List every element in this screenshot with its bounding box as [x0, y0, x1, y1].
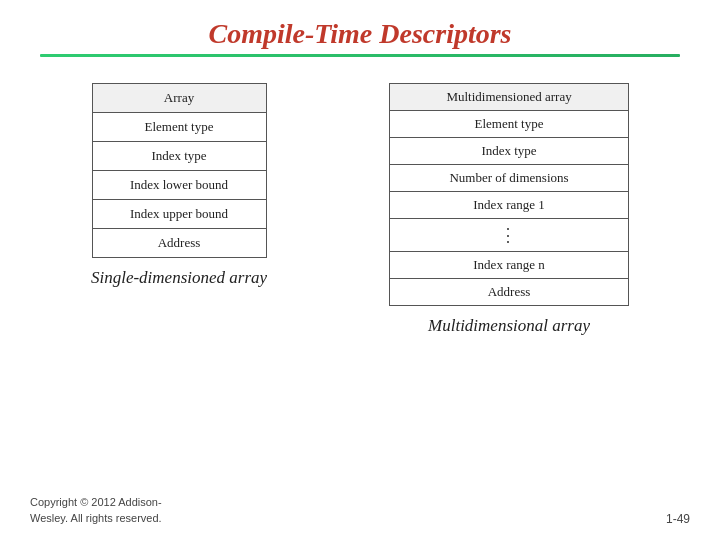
table-cell: Index type: [390, 138, 629, 165]
table-row: Element type: [92, 113, 266, 142]
copyright-line2: Wesley. All rights reserved.: [30, 512, 162, 524]
table-row: Element type: [390, 111, 629, 138]
table-row: Array: [92, 84, 266, 113]
table-cell: Index upper bound: [92, 200, 266, 229]
table-row: Index type: [92, 142, 266, 171]
table-row: Index type: [390, 138, 629, 165]
table-row: Index upper bound: [92, 200, 266, 229]
page-number: 1-49: [666, 512, 690, 526]
table-row: Index range n: [390, 252, 629, 279]
table-row: Index range 1: [390, 192, 629, 219]
table-row: Index lower bound: [92, 171, 266, 200]
table-cell: Array: [92, 84, 266, 113]
table-cell: Address: [390, 279, 629, 306]
table-row: Multidimensioned array: [390, 84, 629, 111]
table-cell: Index range 1: [390, 192, 629, 219]
multi-array-label: Multidimensional array: [428, 316, 590, 336]
table-row: Number of dimensions: [390, 165, 629, 192]
table-cell: Element type: [92, 113, 266, 142]
title-area: Compile-Time Descriptors: [0, 0, 720, 63]
table-cell: Element type: [390, 111, 629, 138]
table-cell: Address: [92, 229, 266, 258]
table-cell: Index range n: [390, 252, 629, 279]
table-row: Address: [390, 279, 629, 306]
copyright-text: Copyright © 2012 Addison- Wesley. All ri…: [30, 495, 162, 526]
table-row: Address: [92, 229, 266, 258]
footer: Copyright © 2012 Addison- Wesley. All ri…: [0, 495, 720, 540]
single-array-label: Single-dimensioned array: [91, 268, 267, 288]
table-cell: Index lower bound: [92, 171, 266, 200]
table-cell: Index type: [92, 142, 266, 171]
dots-cell: ⋮: [390, 219, 629, 252]
multi-array-table: Multidimensioned arrayElement typeIndex …: [389, 83, 629, 306]
single-array-table: ArrayElement typeIndex typeIndex lower b…: [92, 83, 267, 258]
single-array-section: ArrayElement typeIndex typeIndex lower b…: [91, 83, 267, 288]
multi-array-section: Multidimensioned arrayElement typeIndex …: [389, 83, 629, 336]
title-underline: [40, 54, 680, 57]
table-cell: Multidimensioned array: [390, 84, 629, 111]
page: Compile-Time Descriptors ArrayElement ty…: [0, 0, 720, 540]
page-title: Compile-Time Descriptors: [20, 18, 700, 50]
copyright-line1: Copyright © 2012 Addison-: [30, 496, 162, 508]
table-row: ⋮: [390, 219, 629, 252]
table-cell: Number of dimensions: [390, 165, 629, 192]
content-area: ArrayElement typeIndex typeIndex lower b…: [0, 63, 720, 495]
